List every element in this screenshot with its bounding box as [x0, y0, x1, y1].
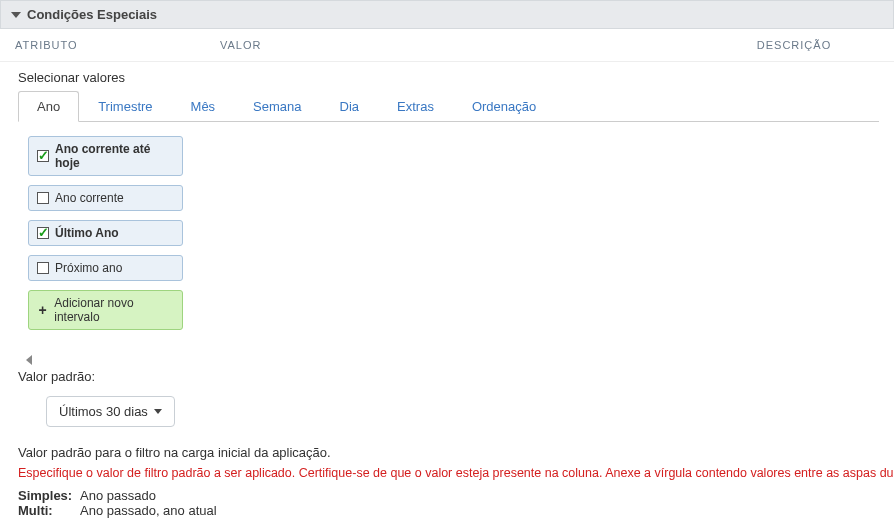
plus-icon: + [37, 302, 48, 318]
example-simples: Simples: Ano passado [18, 488, 879, 503]
tabs: Ano Trimestre Mês Semana Dia Extras Orde… [18, 90, 879, 122]
examples: Simples: Ano passado Multi: Ano passado,… [18, 488, 879, 518]
caret-down-icon [154, 409, 162, 414]
default-value-label: Valor padrão: [18, 369, 879, 384]
checkbox-icon [37, 192, 49, 204]
option-proximo-ano[interactable]: Próximo ano [28, 255, 183, 281]
default-value-desc: Valor padrão para o filtro na carga inic… [18, 445, 879, 460]
tab-dia[interactable]: Dia [321, 91, 379, 122]
option-ano-corrente-hoje[interactable]: Ano corrente até hoje [28, 136, 183, 176]
options-list: Ano corrente até hoje Ano corrente Últim… [18, 122, 879, 347]
tab-mes[interactable]: Mês [172, 91, 235, 122]
option-ano-corrente[interactable]: Ano corrente [28, 185, 183, 211]
option-label: Ano corrente [55, 191, 124, 205]
checkbox-icon [37, 262, 49, 274]
checkbox-icon [37, 227, 49, 239]
option-ultimo-ano[interactable]: Último Ano [28, 220, 183, 246]
example-value: Ano passado [80, 488, 156, 503]
panel-header[interactable]: Condições Especiais [0, 0, 894, 29]
checkbox-icon [37, 150, 49, 162]
select-values-label: Selecionar valores [18, 70, 879, 85]
col-header-descricao: DESCRIÇÃO [709, 39, 879, 51]
example-value: Ano passado, ano atual [80, 503, 217, 518]
default-value-dropdown[interactable]: Últimos 30 dias [46, 396, 175, 427]
add-interval-button[interactable]: + Adicionar novo intervalo [28, 290, 183, 330]
tab-semana[interactable]: Semana [234, 91, 320, 122]
tab-ano[interactable]: Ano [18, 91, 79, 122]
tab-trimestre[interactable]: Trimestre [79, 91, 171, 122]
option-label: Ano corrente até hoje [55, 142, 174, 170]
example-multi: Multi: Ano passado, ano atual [18, 503, 879, 518]
option-label: Adicionar novo intervalo [54, 296, 174, 324]
tab-ordenacao[interactable]: Ordenação [453, 91, 555, 122]
option-label: Próximo ano [55, 261, 122, 275]
dropdown-value: Últimos 30 dias [59, 404, 148, 419]
col-header-atributo: ATRIBUTO [15, 39, 220, 51]
panel-title: Condições Especiais [27, 7, 157, 22]
panel-body: Selecionar valores Ano Trimestre Mês Sem… [0, 62, 894, 528]
example-key: Multi: [18, 503, 76, 518]
collapse-icon [11, 12, 21, 18]
example-key: Simples: [18, 488, 76, 503]
scroll-left-icon[interactable] [26, 355, 32, 365]
column-headers: ATRIBUTO VALOR DESCRIÇÃO [0, 29, 894, 62]
option-label: Último Ano [55, 226, 119, 240]
default-value-warning: Especifique o valor de filtro padrão a s… [18, 466, 879, 480]
col-header-valor: VALOR [220, 39, 709, 51]
tab-extras[interactable]: Extras [378, 91, 453, 122]
